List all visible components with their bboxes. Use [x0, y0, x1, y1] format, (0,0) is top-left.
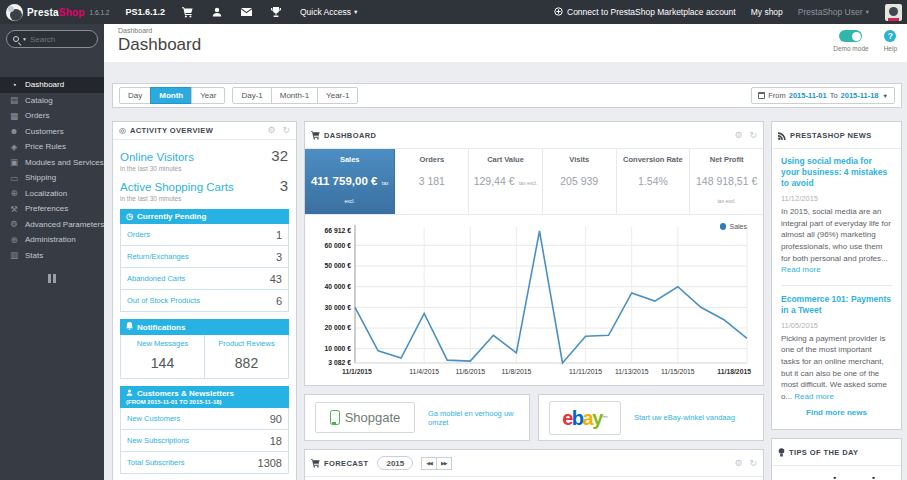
range-month-button[interactable]: Month — [150, 87, 192, 104]
trophy-icon[interactable] — [271, 7, 281, 17]
out-of-stock-value: 6 — [276, 295, 282, 307]
breadcrumb[interactable]: Dashboard — [118, 27, 893, 34]
svg-text:11/6/2015: 11/6/2015 — [455, 368, 485, 375]
kpi-conversion-rate[interactable]: Conversion Rate1.54% — [617, 149, 691, 214]
pending-row-returns: Return/Exchanges3 — [120, 246, 289, 268]
refresh-icon[interactable]: ↻ — [749, 459, 757, 468]
shop-name-link[interactable]: PS1.6.1.2 — [125, 7, 165, 17]
online-visitors-value: 32 — [271, 147, 288, 164]
localization-icon: ⊕ — [9, 188, 19, 198]
kpi-net-profit[interactable]: Net Profit148 918,51 € tax excl. — [690, 149, 763, 214]
sidebar-item-advanced-parameters[interactable]: ⚙Advanced Parameters — [0, 217, 104, 233]
sidebar-item-customers[interactable]: ☻Customers — [0, 124, 104, 140]
marketplace-link[interactable]: Connect to PrestaShop Marketplace accoun… — [554, 7, 736, 18]
price-rules-icon: ◈ — [9, 142, 19, 152]
new-messages-cell[interactable]: New Messages144 — [121, 335, 204, 378]
sidebar-item-price-rules[interactable]: ◈Price Rules — [0, 139, 104, 155]
article-title-link[interactable]: Ecommerce 101: Payments in a Tweet — [781, 294, 892, 316]
pending-returns-link[interactable]: Return/Exchanges — [127, 252, 189, 261]
sidebar-collapse-button[interactable] — [0, 274, 104, 283]
range-day-button[interactable]: Day — [119, 87, 151, 104]
search-input[interactable] — [30, 35, 82, 44]
sidebar-item-administration[interactable]: ⊛Administration — [0, 232, 104, 248]
main: Dashboard Dashboard Demo mode ? Help Day… — [104, 24, 907, 480]
refresh-icon[interactable]: ↻ — [749, 131, 757, 140]
sidebar-item-modules[interactable]: ▣Modules and Services — [0, 155, 104, 171]
range-year-1-button[interactable]: Year-1 — [317, 87, 358, 104]
sidebar-item-shipping[interactable]: ▭Shipping — [0, 170, 104, 186]
ebay-link[interactable]: Start uw eBay-winkel vandaag — [634, 413, 735, 422]
search-icon — [13, 36, 19, 42]
sidebar-search[interactable]: ▼ — [6, 30, 98, 48]
out-of-stock-link[interactable]: Out of Stock Products — [127, 296, 200, 305]
kpi-row: Sales411 759,00 € tax excl. Orders3 181 … — [305, 149, 763, 215]
new-customers-link[interactable]: New Customers — [127, 414, 180, 423]
search-type-caret-icon[interactable]: ▼ — [22, 36, 27, 42]
lightbulb-icon — [778, 443, 785, 461]
sidebar-item-localization[interactable]: ⊕Localization — [0, 186, 104, 202]
range-month-1-button[interactable]: Month-1 — [271, 87, 318, 104]
help-icon[interactable]: ? — [884, 30, 896, 42]
new-subscriptions-value: 18 — [270, 435, 282, 447]
online-visitors-link[interactable]: Online Visitors — [120, 151, 194, 163]
year-prev-button[interactable]: ◀◀ — [421, 457, 437, 470]
kpi-visits[interactable]: Visits205 939 — [543, 149, 617, 214]
article-date: 11/05/2015 — [781, 321, 892, 330]
find-more-news-link[interactable]: Find more news — [781, 408, 892, 417]
prestashop-logo[interactable]: PrestaShop 1.6.1.2 — [0, 4, 115, 21]
new-subscriptions-link[interactable]: New Subscriptions — [127, 436, 189, 445]
abandoned-carts-value: 43 — [270, 273, 282, 285]
tips-of-the-day-panel: TIPS OF THE DAY ingenico Payment service… — [771, 438, 902, 480]
sidebar-item-orders[interactable]: ▦Orders — [0, 108, 104, 124]
catalog-icon: ▤ — [9, 95, 19, 105]
demo-mode-toggle[interactable] — [839, 30, 862, 42]
svg-text:11/1/2015: 11/1/2015 — [342, 368, 372, 375]
year-next-button[interactable]: ▶▶ — [436, 457, 452, 470]
activity-panel-title: ACTIVITY OVERVIEW — [130, 126, 213, 135]
cart-icon[interactable] — [182, 7, 193, 18]
pending-orders-link[interactable]: Orders — [127, 230, 150, 239]
marketplace-icon — [554, 7, 563, 18]
gear-icon[interactable]: ⚙ — [734, 459, 742, 468]
kpi-sales[interactable]: Sales411 759,00 € tax excl. — [305, 149, 395, 214]
kpi-orders[interactable]: Orders3 181 — [395, 149, 469, 214]
user-menu[interactable]: PrestaShop User▼ — [798, 7, 870, 17]
sidebar-item-preferences[interactable]: ⚒Preferences — [0, 201, 104, 217]
tips-body: ingenico Payment services Geef je Sales … — [772, 466, 901, 480]
gear-icon[interactable]: ⚙ — [734, 131, 742, 140]
active-carts-link[interactable]: Active Shopping Carts — [120, 181, 234, 193]
user-avatar[interactable] — [885, 4, 902, 21]
sidebar-menu: ◔Dashboard ▤Catalog ▦Orders ☻Customers ◈… — [0, 77, 104, 263]
read-more-link[interactable]: Read more — [794, 392, 834, 401]
divider — [781, 285, 892, 286]
shopgate-link[interactable]: Ga mobiel en verhoog uw omzet — [428, 409, 519, 427]
article-title-link[interactable]: Using social media for your business: 4 … — [781, 156, 892, 189]
modules-icon: ▣ — [9, 157, 19, 167]
help-control[interactable]: ? Help — [884, 30, 897, 52]
kpi-cart-value[interactable]: Cart Value129,44 € tax excl. — [469, 149, 543, 214]
refresh-icon[interactable]: ↻ — [282, 126, 290, 135]
sidebar-item-stats[interactable]: ▥Stats — [0, 248, 104, 264]
my-shop-link[interactable]: My shop — [751, 7, 783, 17]
date-from: 2015-11-01 — [789, 91, 827, 100]
date-range-picker[interactable]: From 2015-11-01 To 2015-11-18 ▼ — [751, 87, 895, 104]
total-subscribers-link[interactable]: Total Subscribers — [127, 458, 185, 467]
profile-icon[interactable] — [212, 7, 222, 17]
sidebar-item-dashboard[interactable]: ◔Dashboard — [0, 77, 104, 93]
forecast-year[interactable]: 2015 — [377, 456, 413, 470]
demo-mode-control[interactable]: Demo mode — [833, 30, 868, 52]
active-carts-value: 3 — [280, 177, 288, 194]
messages-icon[interactable] — [241, 8, 252, 16]
range-day-1-button[interactable]: Day-1 — [232, 87, 271, 104]
product-reviews-cell[interactable]: Product Reviews882 — [204, 335, 288, 378]
news-panel-title: PRESTASHOP NEWS — [790, 131, 872, 140]
currently-pending-header: ◷Currently Pending — [120, 209, 289, 224]
news-article: Using social media for your business: 4 … — [781, 156, 892, 276]
svg-text:50 000 €: 50 000 € — [325, 262, 352, 269]
gear-icon[interactable]: ⚙ — [267, 126, 275, 135]
read-more-link[interactable]: Read more — [781, 265, 821, 274]
abandoned-carts-link[interactable]: Abandoned Carts — [127, 274, 185, 283]
sidebar-item-catalog[interactable]: ▤Catalog — [0, 93, 104, 109]
range-year-button[interactable]: Year — [191, 87, 225, 104]
quick-access-menu[interactable]: Quick Access▼ — [300, 7, 358, 17]
